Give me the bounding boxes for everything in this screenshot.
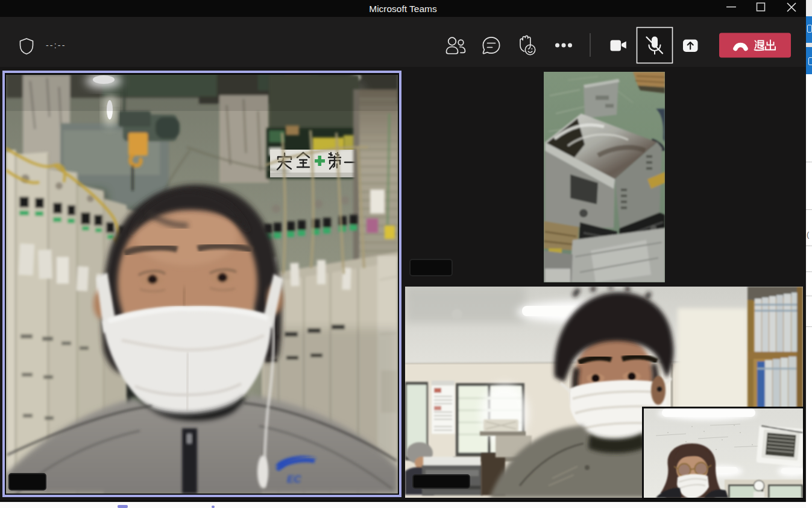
svg-text:--:--: --:--	[46, 40, 66, 50]
